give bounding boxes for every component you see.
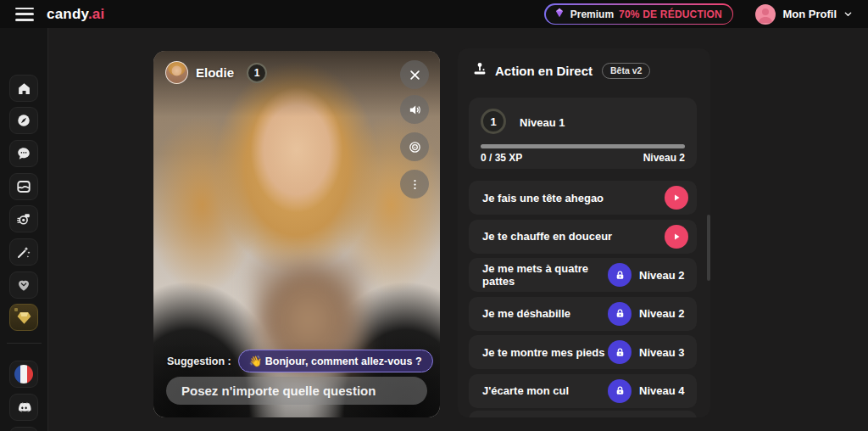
- character-name: Elodie: [196, 65, 234, 80]
- action-label: J'écarte mon cul: [482, 384, 608, 397]
- sidebar-item-video-generate[interactable]: [9, 205, 38, 232]
- play-button[interactable]: [665, 186, 688, 210]
- discord-icon: [16, 400, 32, 416]
- premium-button[interactable]: Premium 70% DE RÉDUCTION: [544, 3, 733, 25]
- gallery-icon: [16, 179, 31, 194]
- suggestion-chip[interactable]: 👋 Bonjour, comment allez-vous ?: [238, 350, 433, 372]
- character-avatar: [165, 61, 188, 84]
- level-label: Niveau 1: [520, 116, 565, 129]
- action-row[interactable]: Je te montre mes pieds Niveau 3: [469, 335, 697, 369]
- app-window: candy.ai Premium 70% DE RÉDUCTION Mon Pr…: [0, 0, 868, 431]
- beta-badge: Bêta v2: [602, 63, 650, 79]
- chevron-down-icon: [843, 7, 853, 22]
- notification-dot: [14, 308, 18, 311]
- sidebar-item-heart-hands[interactable]: [9, 271, 38, 299]
- action-row[interactable]: J'écarte mon cul Niveau 4: [469, 374, 697, 408]
- lock-icon: [608, 302, 632, 326]
- video-camera-fast-icon: [16, 211, 32, 227]
- premium-discount: 70% DE RÉDUCTION: [619, 8, 722, 20]
- sidebar-item-premium-gems[interactable]: [9, 304, 38, 331]
- joystick-icon: [472, 61, 487, 80]
- visibility-button[interactable]: [400, 132, 429, 161]
- topbar: candy.ai Premium 70% DE RÉDUCTION Mon Pr…: [0, 0, 868, 28]
- profile-label: Mon Profil: [782, 8, 837, 20]
- action-list: Je fais une tête ahegao Je te chauffe en…: [469, 181, 697, 412]
- panel-title: Action en Direct: [495, 64, 593, 78]
- live-video-card: Elodie 1 Suggestion : 👋 Bonjour, comment…: [153, 51, 440, 417]
- sidebar-item-home[interactable]: [9, 75, 38, 102]
- xp-progress-track: [481, 144, 685, 148]
- sidebar-item-gallery[interactable]: [9, 173, 38, 200]
- action-label: Je me déshabille: [482, 307, 608, 320]
- more-options-button[interactable]: [400, 170, 429, 199]
- suggestion-label: Suggestion :: [167, 355, 231, 367]
- action-row[interactable]: Je me déshabille Niveau 2: [469, 297, 697, 331]
- action-level-label: Niveau 3: [639, 346, 690, 359]
- sidebar-item-language[interactable]: [9, 361, 38, 388]
- action-label: Je me mets à quatre pattes: [482, 262, 608, 288]
- action-label: Je fais une tête ahegao: [482, 192, 665, 204]
- viewer-count-badge: 1: [247, 63, 267, 83]
- logo-suffix: .ai: [88, 6, 105, 22]
- play-button[interactable]: [665, 225, 688, 249]
- magic-wand-icon: [16, 244, 31, 260]
- sidebar-item-support[interactable]: [9, 427, 38, 431]
- panel-header: Action en Direct Bêta v2: [472, 61, 650, 80]
- xp-text: 0 / 35 XP: [481, 152, 522, 164]
- sidebar-item-explore[interactable]: [9, 107, 38, 134]
- action-level-label: Niveau 2: [639, 307, 690, 320]
- level-badge: 1: [481, 109, 506, 134]
- sidebar-item-discord[interactable]: [9, 394, 38, 421]
- lock-icon: [608, 340, 632, 364]
- action-row[interactable]: Je fais une tête ahegao: [469, 181, 697, 215]
- premium-label: Premium: [570, 8, 614, 20]
- chat-icon: [16, 146, 31, 161]
- level-card: 1 Niveau 1 0 / 35 XP Niveau 2: [469, 98, 697, 169]
- close-button[interactable]: [400, 60, 429, 89]
- sidebar-item-chat[interactable]: [9, 140, 38, 167]
- sound-button[interactable]: [400, 95, 429, 124]
- panel-scrollbar[interactable]: [707, 215, 710, 281]
- compass-icon: [16, 113, 31, 128]
- sidebar: [0, 28, 48, 431]
- hamburger-menu-icon[interactable]: [15, 8, 34, 21]
- action-row-partial: [469, 411, 697, 417]
- suggestion-row: Suggestion : 👋 Bonjour, comment allez-vo…: [153, 350, 440, 372]
- next-level-label: Niveau 2: [643, 152, 685, 164]
- lock-icon: [608, 379, 632, 403]
- action-row[interactable]: Je me mets à quatre pattes Niveau 2: [469, 258, 697, 292]
- gold-gem-icon: [16, 310, 32, 326]
- character-profile[interactable]: Elodie 1: [165, 61, 267, 84]
- heart-hands-icon: [16, 277, 31, 293]
- question-input[interactable]: [166, 377, 427, 405]
- action-row[interactable]: Je te chauffe en douceur: [469, 220, 697, 254]
- profile-avatar: [755, 4, 776, 25]
- action-level-label: Niveau 2: [639, 269, 690, 282]
- gem-icon: [554, 7, 565, 22]
- logo-brand: candy: [47, 6, 88, 22]
- action-label: Je te montre mes pieds: [482, 346, 608, 359]
- action-panel: Action en Direct Bêta v2 1 Niveau 1 0 / …: [458, 48, 710, 417]
- home-icon: [17, 81, 31, 96]
- action-label: Je te chauffe en douceur: [482, 230, 665, 243]
- profile-menu[interactable]: Mon Profil: [755, 4, 853, 25]
- french-flag-icon: [14, 365, 33, 383]
- sidebar-item-magic-wand[interactable]: [9, 238, 38, 266]
- lock-icon: [608, 263, 632, 287]
- action-level-label: Niveau 4: [639, 384, 690, 397]
- sidebar-divider: [7, 343, 42, 344]
- logo[interactable]: candy.ai: [47, 6, 104, 23]
